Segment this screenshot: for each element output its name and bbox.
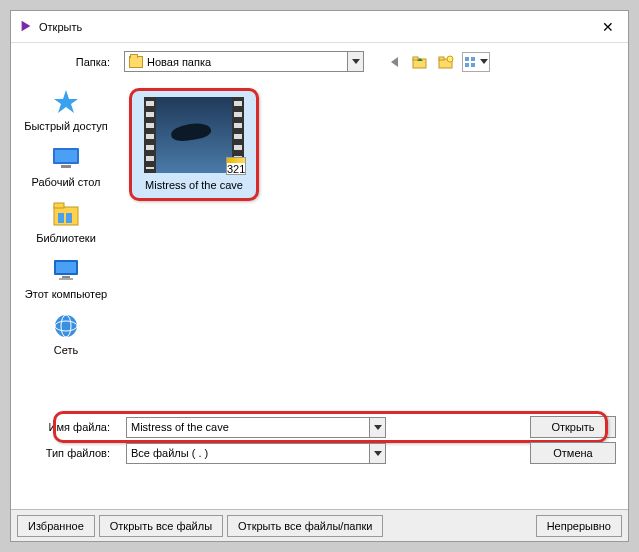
svg-rect-21 xyxy=(59,278,73,280)
star-icon xyxy=(21,86,111,118)
filetype-select[interactable]: Все файлы ( . ) xyxy=(126,443,386,464)
places-bar: Быстрый доступ Рабочий стол Библиотеки Э… xyxy=(11,80,121,410)
open-dialog: Открыть ✕ Папка: Новая папка xyxy=(10,10,629,542)
file-list[interactable]: 321 Mistress of the cave xyxy=(121,80,628,410)
bottom-bar: Избранное Открыть все файлы Открыть все … xyxy=(11,509,628,541)
folder-label: Папка: xyxy=(23,56,118,68)
network-icon xyxy=(21,310,111,342)
file-item-selected[interactable]: 321 Mistress of the cave xyxy=(129,88,259,201)
open-all-files-button[interactable]: Открыть все файлы xyxy=(99,515,223,537)
svg-point-5 xyxy=(447,56,453,62)
filename-input[interactable]: Mistress of the cave xyxy=(126,417,386,438)
file-name: Mistress of the cave xyxy=(138,179,250,192)
pc-icon xyxy=(21,254,111,286)
place-quick-access[interactable]: Быстрый доступ xyxy=(21,86,111,132)
open-button[interactable]: Открыть xyxy=(530,416,616,438)
up-folder-icon[interactable] xyxy=(410,52,430,72)
continuous-button[interactable]: Непрерывно xyxy=(536,515,622,537)
svg-marker-10 xyxy=(54,90,78,113)
filetype-label: Тип файлов: xyxy=(23,447,118,459)
svg-rect-4 xyxy=(439,57,444,60)
svg-rect-17 xyxy=(66,213,72,223)
folder-value: Новая папка xyxy=(147,56,211,68)
close-button[interactable]: ✕ xyxy=(596,15,620,39)
svg-marker-0 xyxy=(22,20,31,31)
filename-row: Имя файла: Mistress of the cave Открыть xyxy=(23,414,616,440)
toolbar-icons xyxy=(384,52,490,72)
video-thumbnail: 321 xyxy=(144,97,244,173)
mpc-badge-icon: 321 xyxy=(226,157,246,175)
place-this-pc[interactable]: Этот компьютер xyxy=(21,254,111,300)
svg-rect-15 xyxy=(54,203,64,208)
chevron-down-icon[interactable] xyxy=(347,52,363,71)
desktop-icon xyxy=(21,142,111,174)
chevron-down-icon[interactable] xyxy=(369,444,385,463)
svg-rect-13 xyxy=(61,165,71,168)
back-icon[interactable] xyxy=(384,52,404,72)
svg-point-22 xyxy=(55,315,77,337)
folder-row: Папка: Новая папка xyxy=(11,43,628,80)
cancel-button[interactable]: Отмена xyxy=(530,442,616,464)
svg-rect-19 xyxy=(56,262,76,273)
place-desktop[interactable]: Рабочий стол xyxy=(21,142,111,188)
body-area: Быстрый доступ Рабочий стол Библиотеки Э… xyxy=(11,80,628,410)
folder-icon xyxy=(129,56,143,68)
open-all-files-folders-button[interactable]: Открыть все файлы/папки xyxy=(227,515,383,537)
svg-rect-9 xyxy=(471,63,475,67)
app-icon xyxy=(19,19,39,35)
svg-rect-6 xyxy=(465,57,469,61)
titlebar: Открыть ✕ xyxy=(11,11,628,43)
filename-label: Имя файла: xyxy=(23,421,118,433)
filetype-row: Тип файлов: Все файлы ( . ) Отмена xyxy=(23,440,616,466)
window-title: Открыть xyxy=(39,21,596,33)
svg-rect-12 xyxy=(55,150,77,162)
chevron-down-icon[interactable] xyxy=(369,418,385,437)
favorites-button[interactable]: Избранное xyxy=(17,515,95,537)
new-folder-icon[interactable] xyxy=(436,52,456,72)
place-network[interactable]: Сеть xyxy=(21,310,111,356)
libraries-icon xyxy=(21,198,111,230)
fields: Имя файла: Mistress of the cave Открыть … xyxy=(11,410,628,470)
svg-rect-20 xyxy=(62,276,70,278)
folder-select[interactable]: Новая папка xyxy=(124,51,364,72)
view-menu-icon[interactable] xyxy=(462,52,490,72)
place-libraries[interactable]: Библиотеки xyxy=(21,198,111,244)
svg-rect-2 xyxy=(413,57,418,60)
svg-rect-8 xyxy=(465,63,469,67)
svg-rect-7 xyxy=(471,57,475,61)
svg-rect-16 xyxy=(58,213,64,223)
